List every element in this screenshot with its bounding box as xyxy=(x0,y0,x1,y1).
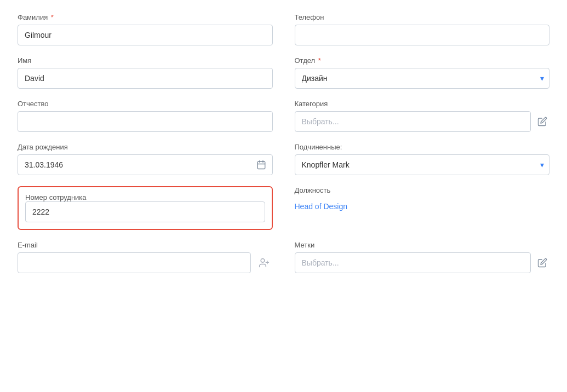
tags-edit-button[interactable] xyxy=(535,256,549,270)
birth-date-wrapper xyxy=(18,154,273,175)
edit-icon xyxy=(537,117,547,126)
first-name-group: Имя xyxy=(18,56,273,89)
subordinates-label: Подчиненные: xyxy=(295,143,550,151)
category-label: Категория xyxy=(295,100,550,108)
category-input-container xyxy=(295,111,531,132)
tags-label: Метки xyxy=(295,241,550,249)
employee-number-label: Номер сотрудника xyxy=(25,193,87,201)
email-label: E-mail xyxy=(18,241,273,249)
svg-point-4 xyxy=(261,259,265,263)
department-group: Отдел * Дизайн Разработка Маркетинг ▾ xyxy=(295,56,550,89)
first-name-input[interactable] xyxy=(18,68,273,89)
department-label: Отдел * xyxy=(295,56,550,65)
subordinates-select[interactable]: Knopfler Mark xyxy=(295,154,550,175)
phone-label: Телефон xyxy=(295,13,550,21)
middle-name-group: Отчество xyxy=(18,100,273,132)
middle-name-label: Отчество xyxy=(18,100,273,108)
last-name-label: Фамилия * xyxy=(18,13,273,21)
position-label: Должность xyxy=(295,186,550,194)
tags-edit-icon xyxy=(537,258,547,268)
phone-group: Телефон xyxy=(295,13,550,45)
birth-date-input[interactable] xyxy=(18,154,273,175)
email-input[interactable] xyxy=(18,252,251,273)
calendar-button[interactable] xyxy=(253,158,270,172)
required-star: * xyxy=(49,13,54,21)
birth-date-label: Дата рождения xyxy=(18,143,273,151)
birth-date-group: Дата рождения xyxy=(18,143,273,175)
tags-group: Метки xyxy=(295,241,550,273)
svg-rect-0 xyxy=(257,162,265,169)
employee-number-input[interactable] xyxy=(25,201,265,222)
category-input[interactable] xyxy=(295,111,531,132)
phone-input[interactable] xyxy=(295,25,550,45)
last-name-input[interactable] xyxy=(18,25,273,45)
department-select[interactable]: Дизайн Разработка Маркетинг xyxy=(295,68,550,89)
category-group: Категория xyxy=(295,100,550,132)
tags-wrapper xyxy=(295,252,550,273)
subordinates-group: Подчиненные: Knopfler Mark ▾ xyxy=(295,143,550,175)
dept-required-star: * xyxy=(316,56,321,65)
category-wrapper xyxy=(295,111,550,132)
employee-number-group: Номер сотрудника xyxy=(18,186,273,230)
position-group: Должность Head of Design xyxy=(295,186,550,230)
person-add-icon xyxy=(259,257,270,268)
employee-form: Фамилия * Телефон Имя Отдел * Дизайн Раз… xyxy=(18,13,549,284)
last-name-group: Фамилия * xyxy=(18,13,273,45)
subordinates-select-wrapper: Knopfler Mark ▾ xyxy=(295,154,550,175)
tags-input-container xyxy=(295,252,531,273)
tags-input[interactable] xyxy=(295,252,531,273)
email-group: E-mail xyxy=(18,241,273,273)
category-edit-button[interactable] xyxy=(535,114,549,129)
email-wrapper xyxy=(18,252,273,273)
position-value: Head of Design xyxy=(295,198,550,211)
middle-name-input[interactable] xyxy=(18,111,273,132)
department-select-wrapper: Дизайн Разработка Маркетинг ▾ xyxy=(295,68,550,89)
person-add-button[interactable] xyxy=(255,255,273,270)
first-name-label: Имя xyxy=(18,56,273,65)
calendar-icon xyxy=(256,160,266,170)
